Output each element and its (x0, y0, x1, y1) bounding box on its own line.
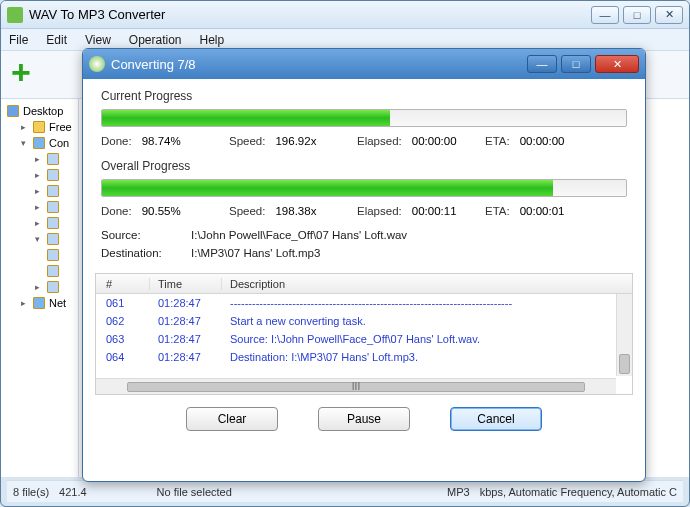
dialog-close-button[interactable]: ✕ (595, 55, 639, 73)
add-icon[interactable]: + (11, 55, 67, 95)
tree-drive[interactable]: ▸ (3, 215, 76, 231)
current-progress-fill (102, 110, 390, 126)
status-selected: No file selected (157, 486, 232, 498)
drive-icon (47, 185, 59, 197)
log-row[interactable]: 06401:28:47Destination: I:\MP3\07 Hans' … (96, 348, 632, 366)
tree-drive[interactable]: ▸ (3, 199, 76, 215)
app-icon (7, 7, 23, 23)
log-col-number[interactable]: # (96, 278, 150, 290)
network-icon (33, 297, 45, 309)
drive-icon (47, 265, 59, 277)
current-progress-label: Current Progress (101, 89, 627, 103)
destination-label: Destination: (101, 247, 171, 259)
menu-edit[interactable]: Edit (46, 33, 67, 47)
log-col-time[interactable]: Time (150, 278, 222, 290)
source-value: I:\John Powell\Face_Off\07 Hans' Loft.wa… (191, 229, 407, 241)
log-row[interactable]: 06201:28:47Start a new converting task. (96, 312, 632, 330)
folder-tree[interactable]: Desktop ▸Free ▾Con ▸ ▸ ▸ ▸ ▸ ▾ ▸ ▸Net (1, 99, 79, 477)
menu-help[interactable]: Help (200, 33, 225, 47)
drive-icon (47, 201, 59, 213)
dialog-title: Converting 7/8 (111, 57, 527, 72)
menu-view[interactable]: View (85, 33, 111, 47)
cancel-button[interactable]: Cancel (450, 407, 542, 431)
overall-stats: Done:90.55% Speed:198.38x Elapsed:00:00:… (101, 205, 627, 217)
menu-file[interactable]: File (9, 33, 28, 47)
statusbar: 8 file(s) 421.4 No file selected MP3 kbp… (7, 480, 683, 502)
log-vertical-scrollbar[interactable] (616, 294, 632, 376)
log-row[interactable]: 06301:28:47Source: I:\John Powell\Face_O… (96, 330, 632, 348)
pause-button[interactable]: Pause (318, 407, 410, 431)
main-title: WAV To MP3 Converter (29, 7, 591, 22)
scrollbar-thumb[interactable] (619, 354, 630, 374)
tree-drive[interactable]: ▸ (3, 151, 76, 167)
log-horizontal-scrollbar[interactable]: III (96, 378, 616, 394)
folder-icon (33, 121, 45, 133)
tree-drive[interactable] (3, 263, 76, 279)
tree-drive[interactable] (3, 247, 76, 263)
dialog-icon (89, 56, 105, 72)
log-row[interactable]: 06101:28:47-----------------------------… (96, 294, 632, 312)
log-col-description[interactable]: Description (222, 278, 632, 290)
log-panel: # Time Description 06101:28:47----------… (95, 273, 633, 395)
computer-icon (33, 137, 45, 149)
tree-computer[interactable]: ▾Con (3, 135, 76, 151)
overall-progress-bar (101, 179, 627, 197)
tree-drive[interactable]: ▸ (3, 279, 76, 295)
drive-icon (47, 217, 59, 229)
drive-icon (47, 153, 59, 165)
converting-dialog: Converting 7/8 — □ ✕ Current Progress Do… (82, 48, 646, 482)
tree-network[interactable]: ▸Net (3, 295, 76, 311)
current-stats: Done:98.74% Speed:196.92x Elapsed:00:00:… (101, 135, 627, 147)
tree-drive[interactable]: ▾ (3, 231, 76, 247)
desktop-icon (7, 105, 19, 117)
overall-progress-fill (102, 180, 553, 196)
log-rows: 06101:28:47-----------------------------… (96, 294, 632, 376)
main-close-button[interactable]: ✕ (655, 6, 683, 24)
dialog-minimize-button[interactable]: — (527, 55, 557, 73)
tree-drive[interactable]: ▸ (3, 183, 76, 199)
tree-drive[interactable]: ▸ (3, 167, 76, 183)
drive-icon (47, 233, 59, 245)
tree-free[interactable]: ▸Free (3, 119, 76, 135)
drive-icon (47, 169, 59, 181)
drive-icon (47, 281, 59, 293)
drive-icon (47, 249, 59, 261)
main-titlebar[interactable]: WAV To MP3 Converter — □ ✕ (1, 1, 689, 29)
status-size: 421.4 (59, 486, 87, 498)
main-maximize-button[interactable]: □ (623, 6, 651, 24)
main-minimize-button[interactable]: — (591, 6, 619, 24)
current-progress-bar (101, 109, 627, 127)
log-header: # Time Description (96, 274, 632, 294)
dialog-titlebar[interactable]: Converting 7/8 — □ ✕ (83, 49, 645, 79)
tree-desktop[interactable]: Desktop (3, 103, 76, 119)
status-files: 8 file(s) (13, 486, 49, 498)
source-label: Source: (101, 229, 171, 241)
clear-button[interactable]: Clear (186, 407, 278, 431)
menu-operation[interactable]: Operation (129, 33, 182, 47)
status-rest: kbps, Automatic Frequency, Automatic C (480, 486, 677, 498)
overall-progress-label: Overall Progress (101, 159, 627, 173)
dialog-maximize-button[interactable]: □ (561, 55, 591, 73)
destination-value: I:\MP3\07 Hans' Loft.mp3 (191, 247, 320, 259)
status-format: MP3 (447, 486, 470, 498)
